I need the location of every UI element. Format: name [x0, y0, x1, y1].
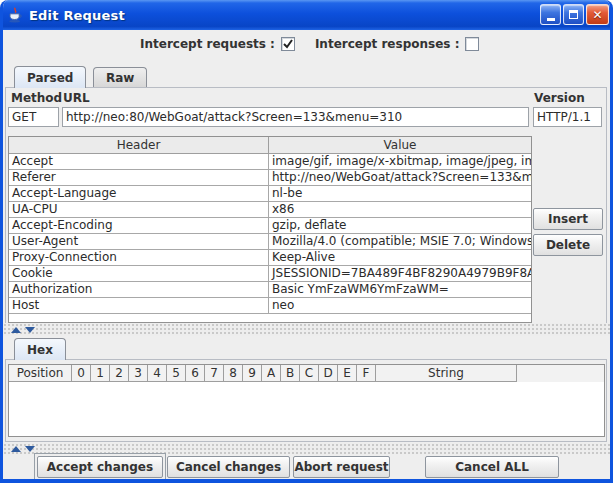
cancel-changes-button[interactable]: Cancel changes	[167, 456, 290, 478]
table-row[interactable]: User-Agent Mozilla/4.0 (compatible; MSIE…	[9, 234, 531, 250]
header-cell[interactable]: Cookie	[9, 266, 269, 282]
version-label: Version	[534, 91, 585, 105]
hex-col[interactable]: 7	[205, 365, 224, 382]
accept-changes-button[interactable]: Accept changes	[37, 456, 163, 478]
intercept-options: Intercept requests : Intercept responses…	[140, 37, 479, 51]
value-cell[interactable]: x86	[269, 202, 531, 218]
value-cell[interactable]: Basic YmFzaWM6YmFzaWM=	[269, 282, 531, 298]
hex-col[interactable]: F	[357, 365, 376, 382]
tab-parsed[interactable]: Parsed	[14, 66, 86, 88]
hex-col[interactable]: 2	[110, 365, 129, 382]
value-cell[interactable]: JSESSIONID=7BA489F4BF8290A4979B9F8A...	[269, 266, 531, 282]
title-bar[interactable]: Edit Request ✕	[0, 0, 613, 30]
headers-table: Header Value Accept image/gif, image/x-x…	[8, 136, 532, 323]
tab-hex-label: Hex	[27, 343, 53, 357]
tab-raw[interactable]: Raw	[93, 67, 147, 88]
value-cell[interactable]: image/gif, image/x-xbitmap, image/jpeg, …	[269, 154, 531, 170]
header-cell[interactable]: Proxy-Connection	[9, 250, 269, 266]
table-row[interactable]: Cookie JSESSIONID=7BA489F4BF8290A4979B9F…	[9, 266, 531, 282]
hex-col[interactable]: A	[262, 365, 281, 382]
hex-table-head: Position 0 1 2 3 4 5 6 7 8 9 A B C D E F…	[9, 365, 604, 382]
value-cell[interactable]: Keep-Alive	[269, 250, 531, 266]
hex-table: Position 0 1 2 3 4 5 6 7 8 9 A B C D E F…	[8, 364, 605, 437]
hex-col[interactable]: 9	[243, 365, 262, 382]
collapse-down-icon[interactable]	[25, 446, 35, 452]
header-cell[interactable]: Host	[9, 298, 269, 314]
java-app-icon	[7, 7, 23, 23]
hex-col[interactable]: E	[338, 365, 357, 382]
hex-col[interactable]: 6	[186, 365, 205, 382]
header-cell[interactable]: Authorization	[9, 282, 269, 298]
window-title: Edit Request	[29, 8, 125, 23]
intercept-responses-label: Intercept responses :	[315, 37, 460, 51]
table-row[interactable]: Accept-Language nl-be	[9, 186, 531, 202]
delete-button[interactable]: Delete	[533, 234, 603, 256]
cancel-all-intercepts-button[interactable]: Cancel ALL intercepts	[425, 456, 559, 478]
tab-raw-label: Raw	[106, 71, 134, 85]
version-field[interactable]	[533, 107, 602, 127]
insert-button[interactable]: Insert	[533, 208, 603, 230]
main-panel: Intercept requests : Intercept responses…	[3, 30, 610, 480]
column-header[interactable]: Header	[9, 137, 269, 154]
table-row[interactable]: Accept-Encoding gzip, deflate	[9, 218, 531, 234]
collapse-down-icon[interactable]	[25, 327, 35, 333]
intercept-requests-label: Intercept requests :	[140, 37, 275, 51]
hex-col-string[interactable]: String	[376, 365, 517, 382]
value-cell[interactable]: gzip, deflate	[269, 218, 531, 234]
value-cell[interactable]: http://neo/WebGoat/attack?Screen=133&men…	[269, 170, 531, 186]
table-row[interactable]: Host neo	[9, 298, 531, 314]
header-cell[interactable]: Referer	[9, 170, 269, 186]
url-label: URL	[63, 91, 90, 105]
table-row[interactable]: UA-CPU x86	[9, 202, 531, 218]
hex-col[interactable]: 0	[72, 365, 91, 382]
headers-table-head: Header Value	[9, 137, 531, 154]
tab-hex[interactable]: Hex	[14, 338, 66, 360]
value-cell[interactable]: neo	[269, 298, 531, 314]
close-icon: ✕	[592, 9, 602, 21]
table-row[interactable]: Accept image/gif, image/x-xbitmap, image…	[9, 154, 531, 170]
header-cell[interactable]: Accept-Language	[9, 186, 269, 202]
hex-col[interactable]: B	[281, 365, 300, 382]
column-value[interactable]: Value	[269, 137, 531, 154]
hex-col[interactable]: 1	[91, 365, 110, 382]
intercept-responses-checkbox[interactable]	[465, 37, 479, 51]
value-cell[interactable]: Mozilla/4.0 (compatible; MSIE 7.0; Windo…	[269, 234, 531, 250]
header-cell[interactable]: UA-CPU	[9, 202, 269, 218]
accept-changes-focus-ring: Accept changes	[34, 453, 166, 481]
abort-request-button[interactable]: Abort request	[293, 456, 390, 478]
split-divider-top[interactable]	[3, 323, 610, 336]
hex-col[interactable]: C	[300, 365, 319, 382]
minimize-button[interactable]	[540, 4, 561, 25]
collapse-up-icon[interactable]	[11, 327, 21, 333]
header-cell[interactable]: Accept	[9, 154, 269, 170]
hex-col[interactable]: 3	[129, 365, 148, 382]
intercept-requests-checkbox[interactable]	[281, 37, 295, 51]
hex-col[interactable]: 8	[224, 365, 243, 382]
method-field[interactable]	[8, 107, 59, 127]
value-cell[interactable]: nl-be	[269, 186, 531, 202]
header-cell[interactable]: User-Agent	[9, 234, 269, 250]
url-field[interactable]	[62, 107, 529, 127]
header-cell[interactable]: Accept-Encoding	[9, 218, 269, 234]
maximize-icon	[569, 10, 578, 19]
hex-col[interactable]: 5	[167, 365, 186, 382]
tab-parsed-label: Parsed	[27, 71, 73, 85]
collapse-up-icon[interactable]	[11, 446, 21, 452]
checkmark-icon	[283, 39, 293, 49]
maximize-button[interactable]	[563, 4, 584, 25]
table-row[interactable]: Proxy-Connection Keep-Alive	[9, 250, 531, 266]
table-row[interactable]: Referer http://neo/WebGoat/attack?Screen…	[9, 170, 531, 186]
edit-request-window: Edit Request ✕ Intercept requests : Inte…	[0, 0, 613, 483]
close-button[interactable]: ✕	[586, 4, 609, 25]
table-row[interactable]: Authorization Basic YmFzaWM6YmFzaWM=	[9, 282, 531, 298]
hex-col[interactable]: 4	[148, 365, 167, 382]
minimize-icon	[547, 18, 555, 21]
hex-col-position[interactable]: Position	[9, 365, 72, 382]
hex-col[interactable]: D	[319, 365, 338, 382]
method-label: Method	[11, 91, 62, 105]
